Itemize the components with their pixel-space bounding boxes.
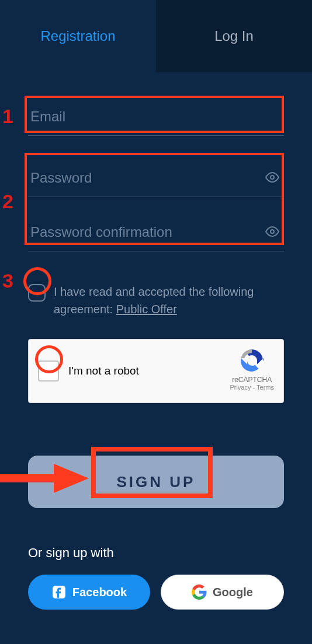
google-label: Google xyxy=(213,586,253,599)
tab-registration[interactable]: Registration xyxy=(0,0,156,72)
password-input[interactable] xyxy=(28,159,284,197)
recaptcha-brand-text: reCAPTCHA xyxy=(232,376,272,384)
google-button[interactable]: Google xyxy=(161,575,284,610)
recaptcha-checkbox[interactable] xyxy=(38,360,59,382)
social-buttons: Facebook Google xyxy=(0,575,312,610)
registration-form xyxy=(0,98,312,251)
password-confirm-input[interactable] xyxy=(28,214,284,251)
annotation-step-3: 3 xyxy=(2,270,13,292)
annotation-step-1: 1 xyxy=(2,105,13,128)
facebook-label: Facebook xyxy=(72,586,127,599)
facebook-button[interactable]: Facebook xyxy=(28,575,150,610)
annotation-step-2: 2 xyxy=(2,190,13,213)
recaptcha-icon xyxy=(238,346,266,374)
svg-point-0 xyxy=(271,176,274,179)
tab-login[interactable]: Log In xyxy=(156,0,312,72)
recaptcha-box: I'm not a robot reCAPTCHA Privacy - Term… xyxy=(28,339,284,403)
email-input[interactable] xyxy=(28,98,284,136)
google-icon xyxy=(192,584,207,600)
recaptcha-branding: reCAPTCHA Privacy - Terms xyxy=(230,346,274,391)
agreement-checkbox[interactable] xyxy=(28,284,46,302)
public-offer-link[interactable]: Public Offer xyxy=(116,303,177,316)
facebook-icon xyxy=(51,584,67,600)
auth-tabs: Registration Log In xyxy=(0,0,312,72)
recaptcha-label: I'm not a robot xyxy=(68,365,139,377)
recaptcha-privacy-terms[interactable]: Privacy - Terms xyxy=(230,384,274,391)
or-signup-text: Or sign up with xyxy=(28,545,284,561)
password-confirm-field-wrap xyxy=(28,214,284,251)
password-field-wrap xyxy=(28,159,284,197)
email-field-wrap xyxy=(28,98,284,136)
signup-button[interactable]: SIGN UP xyxy=(28,456,284,508)
agreement-row: I have read and accepted the following a… xyxy=(0,283,312,318)
svg-point-1 xyxy=(271,230,274,233)
eye-icon[interactable] xyxy=(265,225,279,241)
eye-icon[interactable] xyxy=(265,170,279,187)
agreement-text: I have read and accepted the following a… xyxy=(54,283,284,318)
